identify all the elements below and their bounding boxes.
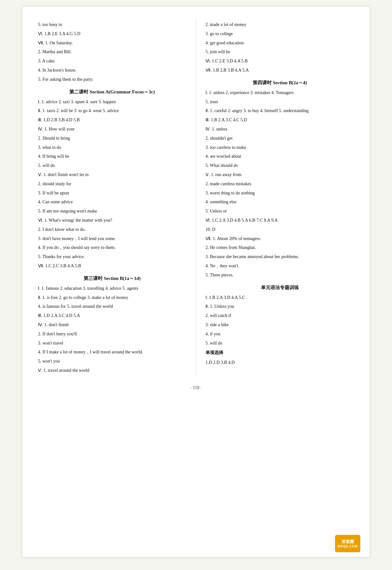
s3-l6: 3. won't travel [38,339,186,347]
s4-l16: Ⅶ. 1. About 20% of teenagers. [205,235,354,243]
left-column: 5. too busy to Ⅵ. 1.B 2.E 3.A 4.G 5.D Ⅶ.… [38,19,196,376]
section4-lines: Ⅰ. 1. unless 2. experience 3. mistakes 4… [205,89,354,279]
s3-l9: Ⅴ. 1. travel around the world [38,367,186,374]
s4-l3: Ⅲ. 1.B 2.A 3.C 4.C 5.D [205,116,354,124]
s4-l7: 4. are worried about [205,153,354,160]
s2-l15: 3. don't have money，I will lend you some… [38,235,186,243]
line-l5: 3. A cake. [38,57,186,65]
r-l2: 4. get good education [205,39,354,47]
section2-title: 第二课时 Section A(Grammar Focus～3c) [38,89,186,95]
line-l3: Ⅶ. 1. On Saturday. [38,39,186,47]
s2-l7: 5. will do [38,162,186,169]
s3-l2: 4. is famous for 5. travel around the wo… [38,303,186,310]
s4-l14: Ⅵ. 1.C 2.A 3.D 4.B 5.A 6.B 7.C 8.A 9.A [205,217,354,224]
s2-l6: 4. If bring will be [38,153,186,160]
logo: 答案圈 MXQE.COM [335,535,360,552]
section2-lines: Ⅰ. 1. advice 2. taxi 3. upset 4. sure 5.… [38,98,186,270]
r-l0: 2. made a lot of money [205,21,354,28]
line-l2: Ⅵ. 1.B 2.E 3.A 4.G 5.D [38,30,186,38]
s4-l13: 5. Unless or [205,207,354,215]
s4-l5: 2. shouldn't get [205,135,354,142]
s4-l2: Ⅱ. 1. careful 2. angry 3. to buy 4. hims… [205,107,354,115]
s3-l5: 2. If don't hurry you'll [38,330,186,338]
r-l3: 5. join will be [205,48,354,56]
s2-l18: Ⅶ. 1.C 2.C 3.B 4.A 5.B [38,262,186,270]
s3-l4: Ⅳ. 1. don't finish [38,321,186,329]
choice-title: 单项选择 [205,350,354,356]
s2-l5: 3. what to do [38,144,186,151]
s3-l1: Ⅱ. 1. is free 2. go to college 3. make a… [38,294,186,301]
r-l4: Ⅵ. 1.C 2.E 3.D 4.A 5.B [205,57,354,65]
logo-top-text: 答案圈 [342,539,354,545]
s2-l8: Ⅴ. 1. don't finish won't let in [38,171,186,179]
u-l1: Ⅱ. 1. Unless you [205,303,354,310]
s2-l1: Ⅱ. 1. taxis 2. will be 3. to go 4. wear … [38,107,186,115]
s2-l11: 4. Can some advice [38,198,186,206]
s2-l13: Ⅵ. 1. What's wrong/ the matter with you? [38,217,186,224]
s2-l16: 4. If you do，you should say sorry to the… [38,244,186,251]
s4-l11: 3. worst thing to do nothing [205,189,354,197]
s4-l17: 2. He comes from Shanghai. [205,244,354,251]
page-number: · 159 · [38,385,354,390]
section4-title: 第四课时 Section B(2a～4) [205,80,354,86]
choice-lines: 1.D 2.D 3.B 4.D [205,359,354,366]
s2-l14: 2. I don't know what to do. [38,226,186,233]
line-l7: 5. For asking them to the party. [38,76,186,83]
s4-l18: 3. Because she became annoyed about her … [205,253,354,261]
s4-l8: 5. What should do [205,162,354,169]
section3-lines: Ⅰ. 1. famous 2. education 3. travelling … [38,285,186,374]
s4-l4: Ⅳ. 1. unless [205,125,354,133]
s2-l9: 2. should study for [38,180,186,188]
r-l5: Ⅶ. 1.B 2.B 3.B 4.A 5.A [205,66,354,74]
s2-l10: 3. If will be upset [38,189,186,197]
s3-l8: 5. won't you [38,358,186,365]
line-l1: 5. too busy to [38,21,186,28]
s2-l3: Ⅳ. 1. How will your [38,125,186,133]
page: 5. too busy to Ⅵ. 1.B 2.E 3.A 4.G 5.D Ⅶ.… [22,6,370,557]
unit-title: 单元语法专题训练 [205,285,354,291]
u-l4: 4. if you [205,330,354,338]
line-l4: 2. Martha and Bill. [38,48,186,56]
s4-l0: Ⅰ. 1. unless 2. experience 3. mistakes 4… [205,89,354,97]
s4-l9: Ⅴ. 1. run away from [205,171,354,179]
u-l2: 2. will catch if [205,312,354,320]
s4-l12: 4. something else [205,198,354,206]
s4-l20: 5. Three pieces. [205,271,354,279]
s2-l2: Ⅲ. 1.D 2.B 3.B 4.D 5.B [38,116,186,124]
s3-l0: Ⅰ. 1. famous 2. education 3. travelling … [38,285,186,292]
unit-lines: Ⅰ. 1.B 2.A 3.D 4.A 5.C Ⅱ. 1. Unless you … [205,294,354,347]
s4-l15: 10. D [205,226,354,233]
logo-bottom-text: MXQE.COM [338,545,358,548]
s2-l4: 2. Should to bring [38,135,186,142]
s2-l17: 5. Thanks for your advice. [38,253,186,261]
u-l3: 3. ride a bike [205,321,354,329]
line-l6: 4. In Jackson's house. [38,66,186,74]
r-l1: 3. go to college [205,30,354,38]
right-column: 2. made a lot of money 3. go to college … [196,19,354,376]
s2-l12: 5. If am not outgoing won't make [38,207,186,215]
s4-l1: 5. trust [205,98,354,106]
s3-l3: Ⅲ. 1.D 2.A 3.C 4.D 5.A [38,312,186,320]
s4-l19: 4. No，they won't. [205,262,354,270]
right-top-lines: 2. made a lot of money 3. go to college … [205,21,354,74]
s4-l6: 3. too careless to make [205,144,354,151]
s3-l7: 4. If I make a lot of money，I will trave… [38,348,186,356]
s4-l10: 2. made careless mistakes [205,180,354,188]
left-top-lines: 5. too busy to Ⅵ. 1.B 2.E 3.A 4.G 5.D Ⅶ.… [38,21,186,83]
s2-l0: Ⅰ. 1. advice 2. taxi 3. upset 4. sure 5.… [38,98,186,106]
c-l0: 1.D 2.D 3.B 4.D [205,359,354,366]
u-l5: 5. will do [205,339,354,347]
section3-title: 第三课时 Section B(1a～1d) [38,276,186,282]
u-l0: Ⅰ. 1.B 2.A 3.D 4.A 5.C [205,294,354,301]
